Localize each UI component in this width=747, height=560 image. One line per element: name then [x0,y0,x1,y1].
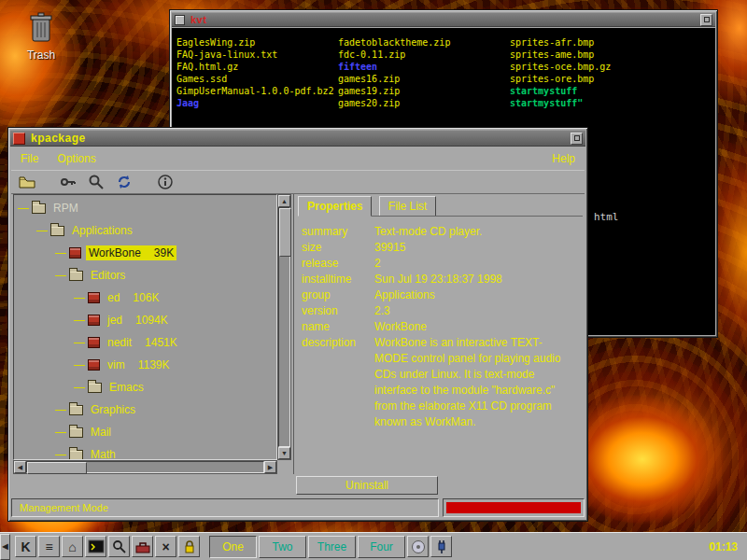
window-menu-icon[interactable] [175,15,185,25]
file-name: sprites-afr.bmp [510,37,594,48]
tree-branch-line [55,410,66,411]
tree-vertical-scrollbar[interactable]: ▲ ▼ [277,194,291,460]
tree-item-graphics[interactable]: Graphics [14,399,276,421]
toolbox-icon [134,539,151,554]
tree-item-workbone[interactable]: WorkBone39K [14,242,276,264]
cut-button[interactable]: × [155,536,176,557]
property-label: size [302,240,374,256]
tree-item-nedit[interactable]: nedit1451K [14,331,276,354]
find-package-button[interactable] [56,172,80,192]
tree-branch-line [74,298,85,299]
panel-hide-icon: ◀ [2,543,7,551]
tree-item-rpm[interactable]: RPM [14,197,276,219]
menubar: File Options Help [11,147,585,170]
package-icon [69,247,81,259]
desktop-button-two[interactable]: Two [259,536,306,558]
lock-button[interactable] [178,536,200,557]
tree-item-text: Editors [88,268,128,283]
desktop-pager: OneTwoThreeFour [207,536,405,558]
tree-branch-line [55,275,66,276]
home-button[interactable]: ⌂ [62,536,83,557]
scrollbar-thumb[interactable] [279,208,291,257]
tab-properties[interactable]: Properties [298,196,372,217]
kpackage-titlebar[interactable]: kpackage [10,130,585,147]
help-button[interactable] [153,172,177,192]
tree-branch-line [55,253,66,254]
desktop-button-one[interactable]: One [209,536,257,558]
plug-icon [433,539,450,555]
tree-branch-line [74,365,85,366]
tab-bar: Properties File List [298,196,583,217]
tree-item-editors[interactable]: Editors [14,264,276,287]
folder-icon [88,383,102,393]
open-button[interactable] [15,172,39,192]
file-name: startmystuff [510,86,577,96]
property-value: Text-mode CD player. [374,224,572,240]
maximize-button[interactable] [700,14,712,26]
uninstall-button[interactable]: Uninstall [296,476,438,495]
desktop-button-three[interactable]: Three [308,536,356,558]
scrollbar-thumb[interactable] [27,462,87,474]
property-value: Applications [374,287,572,303]
clock: 01:13 [709,540,738,553]
scroll-down-icon[interactable]: ▼ [278,447,290,459]
kpackage-window[interactable]: kpackage File Options Help [7,127,588,522]
panel-hide-button[interactable]: ◀ [0,534,10,560]
tree-item-text: Math [88,447,119,460]
tree-item-math[interactable]: Math [14,443,276,460]
desktop-button-four[interactable]: Four [358,536,405,558]
property-row: groupApplications [302,287,577,303]
tree-item-emacs[interactable]: Emacs [14,376,276,399]
find-button[interactable] [108,536,130,557]
home-icon: ⌂ [68,540,76,553]
folder-icon [69,405,83,415]
tab-file-list[interactable]: File List [379,196,436,216]
property-value: 2 [374,256,572,272]
menu-options[interactable]: Options [48,149,105,168]
window-menu-button[interactable] [13,133,25,145]
tree-branch-line [18,208,29,209]
menu-help[interactable]: Help [543,149,585,168]
k-menu-button[interactable]: K [15,536,36,557]
scrollbar-track[interactable] [278,207,290,447]
reload-button[interactable] [112,172,136,192]
scroll-up-icon[interactable]: ▲ [278,195,290,207]
package-icon [88,337,100,348]
property-value: WorkBone is an interactive TEXT-MODE con… [374,335,572,430]
property-value: 39915 [374,240,572,256]
lock-icon [181,539,198,554]
trash-icon[interactable]: Trash [15,11,67,62]
tree-item-vim[interactable]: vim1139K [14,354,276,376]
tree-branch-line [55,432,66,433]
toolbox-button[interactable] [132,536,153,557]
tree-horizontal-scrollbar[interactable]: ◀ ▶ [13,460,277,474]
scroll-right-icon[interactable]: ▶ [264,461,276,473]
file-name: sprites-oce.bmp.gz [510,62,611,72]
window-list-icon: ≡ [45,540,52,553]
scroll-left-icon[interactable]: ◀ [14,461,26,473]
window-list-button[interactable]: ≡ [38,536,60,557]
package-icon [88,292,100,303]
maximize-button[interactable] [571,133,583,145]
property-label: summary [302,224,374,240]
property-value: WorkBone [374,319,572,335]
key-icon [60,174,77,190]
file-name: fifteen [338,62,377,72]
terminal-launcher-button[interactable] [85,536,106,557]
status-field: Management Mode [11,498,439,517]
toolbar [11,170,585,194]
property-label: group [302,287,374,303]
cd-player-button[interactable] [407,536,429,557]
package-icon [88,315,100,326]
tree-item-mail[interactable]: Mail [14,421,276,443]
terminal-icon [88,539,105,554]
tree-item-ed[interactable]: ed106K [14,287,276,309]
dialer-button[interactable] [430,536,452,557]
file-name: games20.zip [338,98,400,108]
scrollbar-track[interactable] [26,461,264,473]
menu-file[interactable]: File [11,149,48,168]
tree-item-applications[interactable]: Applications [14,219,276,242]
terminal-titlebar[interactable]: kvt [172,12,715,27]
tree-item-jed[interactable]: jed1094K [14,309,276,331]
find-file-button[interactable] [84,172,108,192]
